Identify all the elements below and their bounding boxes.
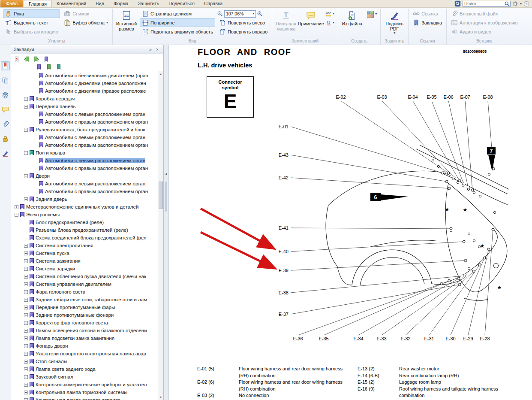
snapshot-button[interactable]: Снимок bbox=[62, 9, 110, 18]
delete-bookmark-button[interactable] bbox=[13, 55, 21, 63]
bookmark-item[interactable]: Автомобили с правым расположением орган bbox=[11, 118, 158, 126]
expand-toggle-icon[interactable]: + bbox=[24, 298, 28, 302]
link-button[interactable]: Ссылка bbox=[411, 9, 444, 18]
expand-toggle-icon[interactable]: + bbox=[24, 360, 28, 364]
bookmark-item[interactable]: +Стоп-сигналы bbox=[11, 358, 158, 365]
bookmark-item[interactable]: Автомобили с левым расположением орган bbox=[11, 180, 158, 188]
bookmark-item[interactable]: +Фонарь двери bbox=[11, 342, 158, 350]
expand-toggle-icon[interactable]: + bbox=[24, 336, 28, 340]
rotate-right-button[interactable]: Повернуть вправо bbox=[217, 27, 270, 36]
attachments-panel-button[interactable] bbox=[1, 120, 10, 129]
menu-tab[interactable]: Поделиться bbox=[164, 0, 199, 7]
expand-toggle-icon[interactable]: + bbox=[24, 275, 28, 279]
bookmarks-panel-button[interactable] bbox=[1, 61, 10, 70]
bookmark-item[interactable]: +Лампа света заднего хода bbox=[11, 365, 158, 373]
expand-toggle-icon[interactable]: + bbox=[24, 375, 28, 379]
scrollbar-thumb[interactable] bbox=[159, 182, 163, 209]
bookmark-item[interactable]: Автомобили с левым расположением орган bbox=[11, 110, 158, 118]
bookmark-item[interactable]: Схема соединений блока предохранителей (… bbox=[11, 234, 158, 242]
thumbnails-panel-button[interactable] bbox=[1, 76, 10, 85]
create-from-file-button[interactable]: Из файла bbox=[340, 9, 364, 27]
pdf-page[interactable]: FLOOR AND ROOF 80100090605 L.H. drive ve… bbox=[169, 45, 532, 400]
bookmark-item[interactable]: +Коробка передач bbox=[11, 95, 158, 103]
bookmarks-scrollbar[interactable]: ▲ ▼ bbox=[158, 71, 163, 400]
security-panel-button[interactable] bbox=[1, 134, 10, 143]
select-text-button[interactable]: T Выделить текст bbox=[3, 18, 60, 27]
bookmark-properties-button[interactable] bbox=[35, 63, 43, 70]
select-annotation-button[interactable]: Выбрать аннотацию bbox=[3, 27, 60, 36]
zoom-level-combobox[interactable]: 107.06% ▾ bbox=[224, 10, 256, 18]
collapse-toggle-icon[interactable]: − bbox=[24, 128, 28, 132]
expand-toggle-icon[interactable]: + bbox=[15, 205, 18, 209]
bookmark-item[interactable]: +Система зажигания bbox=[11, 257, 158, 265]
collapse-toggle-icon[interactable]: − bbox=[24, 174, 28, 178]
expand-toggle-icon[interactable]: + bbox=[24, 259, 28, 263]
expand-toggle-icon[interactable]: + bbox=[24, 197, 28, 201]
expand-toggle-icon[interactable]: + bbox=[24, 321, 28, 325]
tab-file[interactable]: Файл bbox=[0, 0, 23, 7]
new-bookmark-button[interactable] bbox=[42, 55, 50, 63]
typewriter-button[interactable]: T Пишущая машинка bbox=[274, 9, 298, 32]
collapse-toggle-icon[interactable]: − bbox=[24, 151, 28, 155]
attach-file-button[interactable]: Вложенный файл bbox=[449, 9, 520, 18]
actual-size-button[interactable]: 1:1 Истинный размер bbox=[115, 9, 138, 32]
expand-toggle-icon[interactable]: + bbox=[24, 344, 28, 348]
sign-pdf-button[interactable]: Подпись PDF ▾ bbox=[383, 9, 406, 36]
image-annotation-button[interactable]: Аннотация к изображению bbox=[449, 18, 520, 27]
scrollbar-track[interactable] bbox=[158, 77, 163, 394]
expand-toggle-icon[interactable]: + bbox=[24, 290, 28, 294]
layers-panel-button[interactable] bbox=[1, 91, 10, 100]
bookmark-item[interactable]: Автомобили с правым расположением орган bbox=[11, 164, 158, 172]
bookmark-item[interactable]: Автомобили с дизелями (правое расположе bbox=[11, 87, 158, 95]
expand-toggle-icon[interactable]: + bbox=[24, 329, 28, 333]
bookmark-item[interactable]: +Система зарядки bbox=[11, 265, 158, 273]
clipboard-button[interactable]: Буфер обмена ▾ bbox=[62, 18, 110, 27]
search-icon[interactable] bbox=[504, 1, 510, 7]
expand-toggle-icon[interactable]: + bbox=[24, 398, 28, 400]
bookmark-item[interactable]: −Рулевая колонка, блок предохранителей и… bbox=[11, 126, 158, 133]
panel-splitter[interactable]: ◄ bbox=[164, 45, 169, 400]
bookmark-item[interactable]: +Задняя дверь bbox=[11, 195, 158, 203]
expand-toggle-icon[interactable]: + bbox=[24, 267, 28, 271]
zoom-out-button[interactable] bbox=[217, 11, 223, 17]
bookmark-item[interactable]: +Задние противотуманные фонари bbox=[11, 311, 158, 319]
create-more-button[interactable]: ▾ bbox=[365, 9, 378, 19]
zoom-in-button[interactable] bbox=[257, 11, 263, 17]
comments-panel-button[interactable] bbox=[1, 105, 10, 114]
settings-gear-button[interactable] bbox=[512, 1, 518, 7]
menu-tab[interactable]: Комментарий bbox=[52, 0, 91, 7]
bookmark-item[interactable]: +Фара головного света bbox=[11, 288, 158, 296]
expand-toggle-icon[interactable]: + bbox=[24, 244, 28, 248]
bookmark-item[interactable]: +Лампа подсветки замка зажигания bbox=[11, 334, 158, 342]
underline-text-button[interactable]: U ▾ bbox=[324, 18, 336, 27]
bookmark-item[interactable]: +Система облегчения пуска двигателя (све… bbox=[11, 273, 158, 280]
rotate-left-button[interactable]: Повернуть влево bbox=[217, 18, 270, 27]
scroll-up-icon[interactable]: ▲ bbox=[158, 71, 163, 77]
fit-page-button[interactable]: Страница целиком bbox=[140, 9, 215, 18]
menu-tab[interactable]: Вид bbox=[91, 0, 109, 7]
bookmark-button[interactable]: Закладка bbox=[411, 18, 444, 27]
bookmark-item[interactable]: Автомобили с дизелями (левое расположен bbox=[11, 79, 158, 87]
collapse-toggle-icon[interactable]: − bbox=[15, 213, 18, 217]
collapse-bookmarks-button[interactable] bbox=[55, 63, 63, 70]
expand-toggle-icon[interactable]: + bbox=[24, 252, 28, 255]
bookmark-item[interactable]: Автомобили с бензиновым двигателем (прав bbox=[11, 72, 158, 79]
menu-tab[interactable]: Справка bbox=[199, 0, 227, 7]
expand-toggle-icon[interactable]: + bbox=[24, 367, 28, 371]
scroll-down-icon[interactable]: ▼ bbox=[158, 394, 163, 400]
expand-toggle-icon[interactable]: + bbox=[24, 97, 28, 101]
previous-bookmark-button[interactable] bbox=[23, 55, 30, 63]
panel-close-button[interactable]: × bbox=[154, 46, 161, 53]
note-button[interactable]: Примечание bbox=[299, 9, 322, 27]
signatures-panel-button[interactable] bbox=[1, 149, 10, 158]
panel-chevrons-button[interactable]: » bbox=[147, 46, 154, 53]
audio-video-button[interactable]: Аудио и видео bbox=[449, 27, 520, 36]
help-button[interactable]: ? bbox=[523, 1, 529, 7]
expand-toggle-icon[interactable]: + bbox=[24, 306, 28, 309]
bookmark-item[interactable]: +Указатели поворотов и контрольная лампа… bbox=[11, 350, 158, 358]
fit-visible-button[interactable]: Подогнать видимую область bbox=[140, 27, 215, 36]
expand-bookmarks-button[interactable] bbox=[45, 63, 53, 70]
expand-toggle-icon[interactable]: + bbox=[24, 313, 28, 317]
bookmark-item[interactable]: −Передняя панель bbox=[11, 103, 158, 110]
expand-toggle-icon[interactable]: + bbox=[24, 391, 28, 394]
